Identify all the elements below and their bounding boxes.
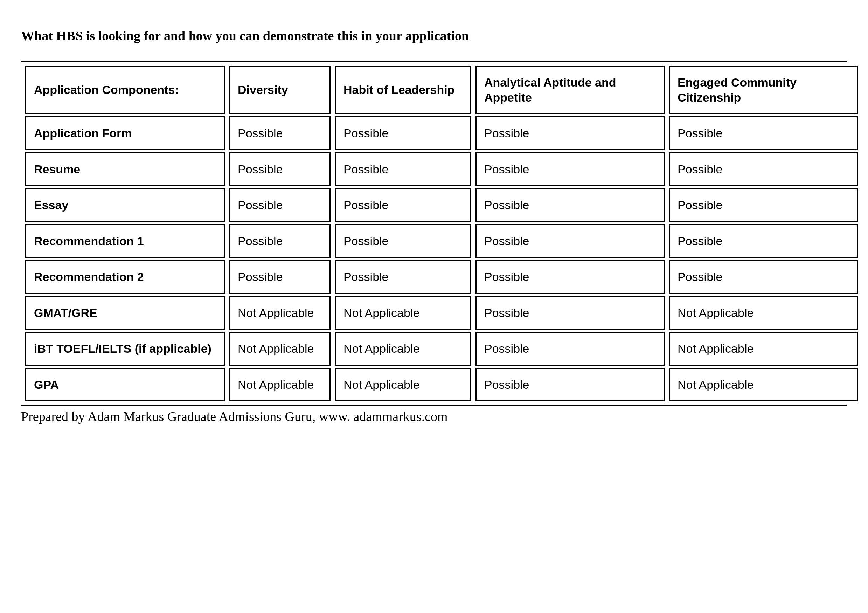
row-label: Recommendation 2 xyxy=(25,260,225,294)
table-row: Resume Possible Possible Possible Possib… xyxy=(25,152,858,186)
cell: Possible xyxy=(229,224,330,258)
table-row: Recommendation 2 Possible Possible Possi… xyxy=(25,260,858,294)
cell: Not Applicable xyxy=(669,296,858,330)
cell: Possible xyxy=(335,260,471,294)
table-row: GMAT/GRE Not Applicable Not Applicable P… xyxy=(25,296,858,330)
cell: Possible xyxy=(669,116,858,150)
cell: Possible xyxy=(476,188,665,222)
cell: Possible xyxy=(229,152,330,186)
table-row: Essay Possible Possible Possible Possibl… xyxy=(25,188,858,222)
cell: Possible xyxy=(476,296,665,330)
cell: Possible xyxy=(476,224,665,258)
cell: Possible xyxy=(229,116,330,150)
row-label: Application Form xyxy=(25,116,225,150)
col-header-citizenship: Engaged Community Citizenship xyxy=(669,65,858,114)
table-row: Recommendation 1 Possible Possible Possi… xyxy=(25,224,858,258)
row-label: GMAT/GRE xyxy=(25,296,225,330)
cell: Not Applicable xyxy=(335,296,471,330)
table-header-row: Application Components: Diversity Habit … xyxy=(25,65,858,114)
cell: Possible xyxy=(335,188,471,222)
col-header-analytical: Analytical Aptitude and Appetite xyxy=(476,65,665,114)
cell: Not Applicable xyxy=(335,332,471,366)
cell: Possible xyxy=(335,116,471,150)
criteria-table: Application Components: Diversity Habit … xyxy=(21,64,862,403)
footer-credit: Prepared by Adam Markus Graduate Admissi… xyxy=(21,409,847,424)
page-title: What HBS is looking for and how you can … xyxy=(21,28,847,43)
cell: Possible xyxy=(476,152,665,186)
row-label: GPA xyxy=(25,368,225,402)
cell: Possible xyxy=(669,260,858,294)
row-label: iBT TOEFL/IELTS (if applicable) xyxy=(25,332,225,366)
criteria-table-container: Application Components: Diversity Habit … xyxy=(21,61,847,406)
cell: Possible xyxy=(229,188,330,222)
row-label: Recommendation 1 xyxy=(25,224,225,258)
cell: Possible xyxy=(476,260,665,294)
row-label: Essay xyxy=(25,188,225,222)
cell: Not Applicable xyxy=(229,332,330,366)
cell: Possible xyxy=(476,332,665,366)
cell: Not Applicable xyxy=(335,368,471,402)
cell: Possible xyxy=(335,152,471,186)
cell: Possible xyxy=(669,224,858,258)
col-header-diversity: Diversity xyxy=(229,65,330,114)
table-row: Application Form Possible Possible Possi… xyxy=(25,116,858,150)
cell: Possible xyxy=(669,152,858,186)
col-header-leadership: Habit of Leadership xyxy=(335,65,471,114)
cell: Possible xyxy=(669,188,858,222)
cell: Not Applicable xyxy=(669,368,858,402)
cell: Not Applicable xyxy=(229,368,330,402)
col-header-components: Application Components: xyxy=(25,65,225,114)
table-row: GPA Not Applicable Not Applicable Possib… xyxy=(25,368,858,402)
cell: Possible xyxy=(229,260,330,294)
table-row: iBT TOEFL/IELTS (if applicable) Not Appl… xyxy=(25,332,858,366)
row-label: Resume xyxy=(25,152,225,186)
cell: Not Applicable xyxy=(229,296,330,330)
cell: Not Applicable xyxy=(669,332,858,366)
cell: Possible xyxy=(335,224,471,258)
cell: Possible xyxy=(476,368,665,402)
cell: Possible xyxy=(476,116,665,150)
